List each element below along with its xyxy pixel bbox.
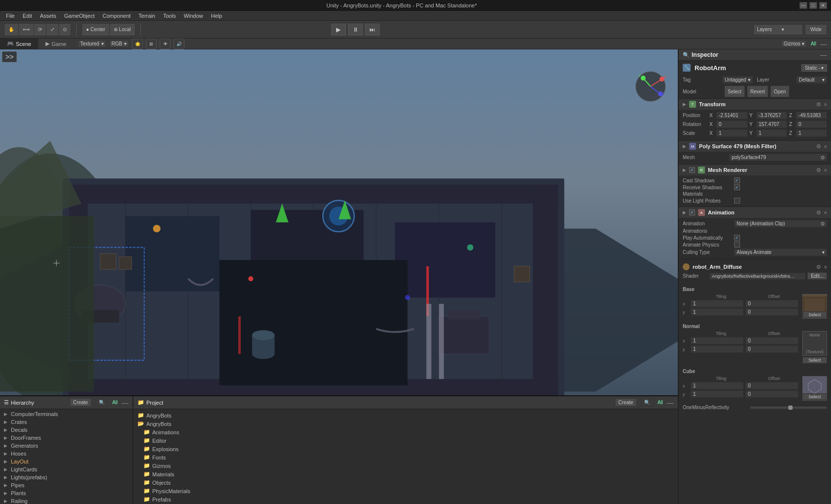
menu-edit[interactable]: Edit <box>19 12 36 20</box>
scene-opt-1[interactable]: 🌟 <box>132 39 143 49</box>
proj-item-physicmaterials[interactable]: 📁 PhysicMaterials <box>133 487 678 495</box>
play-automatically-check[interactable] <box>734 235 740 241</box>
scene-opt-3[interactable]: 👁 <box>160 39 171 49</box>
hier-item-layout[interactable]: LayOut <box>0 458 132 465</box>
layers-dropdown[interactable]: Layers▾ <box>753 24 803 35</box>
cube-y-off-input[interactable]: 0 <box>745 390 798 398</box>
cube-x-tile-input[interactable]: 1 <box>691 382 744 389</box>
local-button[interactable]: ⊛ Local <box>110 24 135 36</box>
wide-button[interactable]: Wide <box>805 24 827 35</box>
play-button[interactable]: ▶ <box>331 24 346 36</box>
move-tool[interactable]: ⟺ <box>19 24 34 36</box>
scene-opt-2[interactable]: ⊞ <box>146 39 157 49</box>
proj-item-angrybots1[interactable]: 📁 AngryBots <box>133 411 678 420</box>
base-select-btn[interactable]: Select <box>803 311 827 318</box>
shader-dropdown[interactable]: AngryBots/ReflectiveBackgroundArbitraryG… <box>709 273 805 280</box>
tab-game[interactable]: ▶ Game <box>39 39 74 49</box>
mesh-value[interactable]: polySurface479 ⊙ <box>729 154 827 161</box>
rotation-x-input[interactable]: 0 <box>716 121 747 128</box>
inspector-collapse-btn[interactable]: — <box>820 51 827 58</box>
animate-physics-check[interactable] <box>734 242 740 248</box>
hand-tool[interactable]: ✋ <box>4 24 19 36</box>
textured-dropdown[interactable]: Textured▾ <box>78 40 106 47</box>
base-y-tile-input[interactable]: 1 <box>691 308 744 316</box>
proj-item-editor[interactable]: 📁 Editor <box>133 436 678 445</box>
position-y-input[interactable]: -3.376257 <box>756 112 787 119</box>
project-search[interactable]: 🔍 <box>641 398 654 407</box>
model-revert-btn[interactable]: Revert <box>747 85 768 97</box>
position-z-input[interactable]: -49.51083 <box>796 112 827 119</box>
menu-assets[interactable]: Assets <box>36 12 60 20</box>
hierarchy-search[interactable]: 🔍 <box>95 398 108 407</box>
rect-tool[interactable]: ⊙ <box>59 24 71 36</box>
tag-dropdown[interactable]: Untagged▾ <box>722 76 753 84</box>
scene-opt-4[interactable]: 🔊 <box>174 39 184 49</box>
proj-item-angrybots2[interactable]: 📂 AngryBots <box>133 420 678 428</box>
transform-component-header[interactable]: ▶ T Transform ⚙ ≡ <box>679 98 831 110</box>
menu-file[interactable]: File <box>2 12 19 20</box>
project-create-btn[interactable]: Create <box>615 398 637 407</box>
model-open-btn[interactable]: Open <box>770 85 789 97</box>
base-x-tile-input[interactable]: 1 <box>691 300 744 307</box>
pause-button[interactable]: ⏸ <box>348 24 363 36</box>
scale-x-input[interactable]: 1 <box>716 129 747 137</box>
base-x-off-input[interactable]: 0 <box>745 300 798 307</box>
hier-item-generators[interactable]: Generators <box>0 442 132 450</box>
meshrenderer-header[interactable]: ▶ R Mesh Renderer ⚙ ≡ <box>679 164 831 175</box>
animation-header[interactable]: ▶ A Animation ⚙ ≡ <box>679 207 831 218</box>
proj-item-prefabs[interactable]: 📁 Prefabs <box>133 495 678 504</box>
animation-clip-value[interactable]: None (Animation Clip) ⊙ <box>734 220 827 227</box>
shader-edit-btn[interactable]: Edit... <box>807 272 827 280</box>
menu-terrain[interactable]: Terrain <box>134 12 159 20</box>
normal-select-btn[interactable]: Select <box>802 357 827 364</box>
center-button[interactable]: ● Center <box>82 24 110 36</box>
menu-component[interactable]: Component <box>98 12 134 20</box>
hier-item-hoses[interactable]: Hoses <box>0 450 132 458</box>
use-light-probes-check[interactable] <box>734 198 740 204</box>
scale-tool[interactable]: ⤢ <box>46 24 59 36</box>
static-dropdown[interactable]: Static - ▾ <box>801 64 827 72</box>
model-select-btn[interactable]: Select <box>724 85 745 97</box>
close-button[interactable]: ✕ <box>819 2 827 9</box>
cube-select-btn[interactable]: Select <box>803 393 827 400</box>
expand-button[interactable]: >> <box>2 51 17 62</box>
cube-texture-thumb[interactable]: Select <box>802 376 827 401</box>
meshrenderer-gear[interactable]: ⚙ <box>816 167 821 173</box>
polysurf-component-header[interactable]: ▶ M Poly Surface 479 (Mesh Filter) ⚙ ≡ <box>679 140 831 152</box>
hier-item-doorFrames[interactable]: DoorFrames <box>0 434 132 442</box>
material-gear[interactable]: ⚙ <box>816 264 821 270</box>
cube-y-tile-input[interactable]: 1 <box>691 390 744 398</box>
scene-collapse-btn[interactable]: — <box>820 41 827 47</box>
normal-texture-thumb[interactable]: None (Texture) <box>802 331 827 356</box>
proj-item-objects[interactable]: 📁 Objects <box>133 478 678 487</box>
proj-item-animations[interactable]: 📁 Animations <box>133 428 678 436</box>
menu-gameobject[interactable]: GameObject <box>60 12 99 20</box>
rotation-y-input[interactable]: 157.4707 <box>756 121 787 128</box>
proj-item-materials[interactable]: 📁 Materials <box>133 470 678 478</box>
proj-item-fonts[interactable]: 📁 Fonts <box>133 453 678 462</box>
step-button[interactable]: ⏭ <box>365 24 380 36</box>
meshrenderer-enabled[interactable] <box>689 167 695 173</box>
project-collapse-btn[interactable]: — <box>667 399 674 406</box>
tab-scene[interactable]: 🎮 Scene <box>0 39 39 49</box>
proj-item-explosions[interactable]: 📁 Explosions <box>133 445 678 453</box>
normal-x-tile-input[interactable]: 1 <box>691 337 744 344</box>
receive-shadows-check[interactable] <box>734 184 740 190</box>
one-minus-reflectivity-slider[interactable] <box>750 406 827 409</box>
scale-y-input[interactable]: 1 <box>756 129 787 137</box>
hier-item-lights[interactable]: Lights(prefabs) <box>0 473 132 481</box>
transform-gear[interactable]: ⚙ <box>816 101 821 108</box>
base-y-off-input[interactable]: 0 <box>745 308 798 316</box>
cube-x-off-input[interactable]: 0 <box>745 382 798 389</box>
scene-view[interactable]: X Y Z >> <box>0 49 678 395</box>
normal-x-off-input[interactable]: 0 <box>745 337 798 344</box>
rgb-dropdown[interactable]: RGB▾ <box>109 40 130 47</box>
hier-item-decals[interactable]: Decals <box>0 426 132 434</box>
culling-type-value[interactable]: Always Animate ▾ <box>734 249 827 256</box>
cast-shadows-check[interactable] <box>734 177 740 183</box>
hier-item-crates[interactable]: Crates <box>0 418 132 426</box>
gizmos-dropdown[interactable]: Gizmos ▾ <box>781 40 807 47</box>
rotation-z-input[interactable]: 0 <box>796 121 827 128</box>
rotate-tool[interactable]: ⟳ <box>34 24 46 36</box>
normal-y-tile-input[interactable]: 1 <box>691 345 744 353</box>
